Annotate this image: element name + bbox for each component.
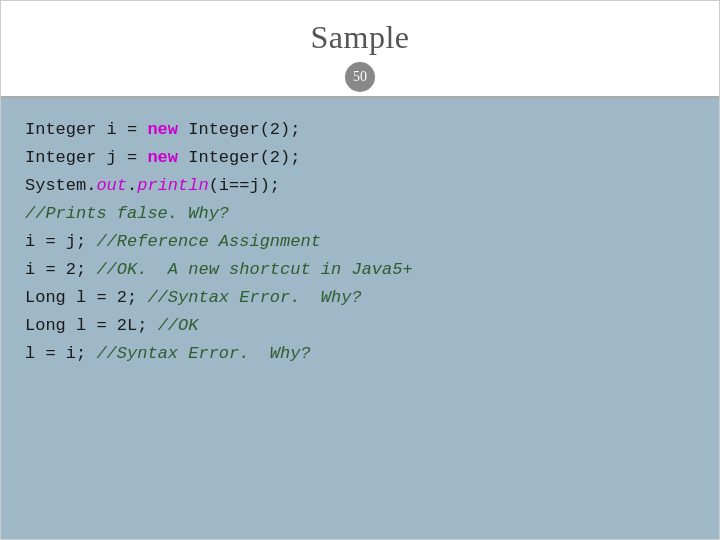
title-divider (1, 96, 719, 98)
code-line-6: i = 2; //OK. A new shortcut in Java5+ (25, 256, 695, 284)
content-area: Integer i = new Integer(2); Integer j = … (1, 98, 719, 539)
code-line-3: System.out.println(i==j); (25, 172, 695, 200)
code-line-1: Integer i = new Integer(2); (25, 116, 695, 144)
code-line-7: Long l = 2; //Syntax Error. Why? (25, 284, 695, 312)
code-line-2: Integer j = new Integer(2); (25, 144, 695, 172)
code-line-8: Long l = 2L; //OK (25, 312, 695, 340)
code-line-4: //Prints false. Why? (25, 200, 695, 228)
slide-number: 50 (345, 62, 375, 92)
code-line-5: i = j; //Reference Assignment (25, 228, 695, 256)
title-area: Sample 50 (1, 1, 719, 98)
code-block: Integer i = new Integer(2); Integer j = … (25, 116, 695, 368)
code-line-9: l = i; //Syntax Error. Why? (25, 340, 695, 368)
slide: Sample 50 Integer i = new Integer(2); In… (0, 0, 720, 540)
slide-number-container: 50 (1, 62, 719, 92)
slide-title: Sample (311, 19, 410, 55)
